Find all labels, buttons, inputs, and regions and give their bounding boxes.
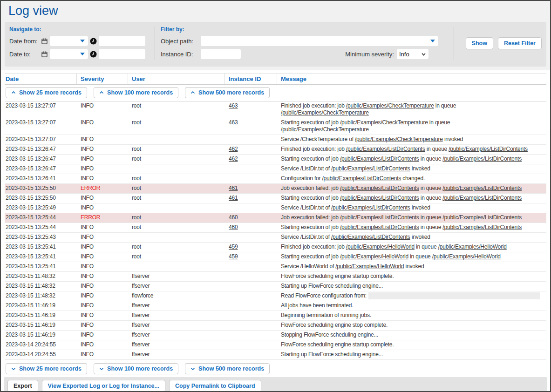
cell-instance-id xyxy=(225,164,277,174)
message-link[interactable]: /public/Examples/HelloWorld xyxy=(335,263,404,270)
message-link[interactable]: /public/Examples/ListDirContents xyxy=(442,214,522,221)
date-to-select[interactable] xyxy=(50,49,88,59)
message-text: invoked xyxy=(410,204,430,211)
message-link[interactable]: /public/Examples/ListDirContents xyxy=(340,185,419,191)
message-link[interactable]: /public/Examples/ListDirContents xyxy=(322,175,401,182)
cell-user: root xyxy=(128,174,225,183)
cell-user: root xyxy=(128,223,225,232)
cell-severity: INFO xyxy=(77,321,128,330)
show-25-more-records-button[interactable]: Show 25 more records xyxy=(6,87,87,98)
column-header-user[interactable]: User xyxy=(128,74,225,84)
show-more-bottom-row: Show 25 more recordsShow 100 more record… xyxy=(5,360,546,377)
date-to-time-input[interactable] xyxy=(99,49,145,59)
message-link[interactable]: /public/Examples/CheckTemperature xyxy=(346,102,434,109)
object-path-dropdown-button[interactable] xyxy=(428,37,437,45)
message-text: Starting up FlowForce scheduling engine.… xyxy=(281,283,383,289)
message-text: Stopping FlowForce scheduling engine... xyxy=(281,331,378,338)
object-path-input[interactable] xyxy=(201,36,438,46)
message-link[interactable]: /public/Examples/ListDirContents xyxy=(331,165,410,172)
instance-id-input[interactable] xyxy=(201,49,241,59)
cell-instance-id: 459 xyxy=(225,243,277,252)
reset-filter-button[interactable]: Reset Filter xyxy=(498,37,542,49)
log-row: 2023-03-14 20:24:55INFOffserverFlowForce… xyxy=(5,340,546,350)
message-link[interactable]: /public/Examples/ListDirContents xyxy=(442,224,522,230)
log-rows: 2023-03-15 13:27:07INFOroot463Finished j… xyxy=(5,101,546,360)
message-link[interactable]: /public/Examples/ListDirContents xyxy=(346,146,425,152)
clock-icon xyxy=(90,38,97,45)
instance-id-link[interactable]: 463 xyxy=(229,119,238,126)
cell-instance-id xyxy=(225,291,277,301)
cell-date: 2023-03-15 13:27:07 xyxy=(5,118,77,135)
cell-user: root xyxy=(128,213,225,223)
instance-id-link[interactable]: 459 xyxy=(229,253,238,260)
cell-severity: INFO xyxy=(77,223,128,232)
column-header-instance-id[interactable]: Instance ID xyxy=(225,74,277,84)
message-link[interactable]: /public/Examples/ListDirContents xyxy=(442,185,522,191)
instance-id-link[interactable]: 459 xyxy=(229,243,238,250)
show-100-more-records-button[interactable]: Show 100 more records xyxy=(94,87,178,98)
message-link[interactable]: /public/Examples/ListDirContents xyxy=(340,155,419,162)
cell-message: Starting execution of job /public/Exampl… xyxy=(277,194,546,203)
message-link[interactable]: /public/Examples/CheckTemperature xyxy=(340,119,428,126)
message-link[interactable]: /public/Examples/CheckTemperature xyxy=(355,136,443,142)
cell-severity: INFO xyxy=(77,164,128,174)
cell-message: FlowForce scheduling engine stop complet… xyxy=(277,321,546,330)
column-header-date[interactable]: Date xyxy=(5,74,77,84)
cell-user: ffserver xyxy=(128,301,225,311)
show-25-more-records-button[interactable]: Show 25 more records xyxy=(6,363,87,374)
cell-date: 2023-03-15 13:26:47 xyxy=(5,155,77,164)
cell-date: 2023-03-15 11:46:19 xyxy=(5,311,77,320)
cell-date: 2023-03-15 13:25:41 xyxy=(5,243,77,252)
message-text: Finished job execution: job xyxy=(281,243,346,250)
date-from-select[interactable] xyxy=(50,36,88,46)
cell-date: 2023-03-15 13:26:47 xyxy=(5,145,77,154)
instance-id-link[interactable]: 462 xyxy=(229,155,238,162)
cell-severity: INFO xyxy=(77,272,128,281)
instance-id-link[interactable]: 461 xyxy=(229,195,238,201)
view-exported-log-button[interactable]: View Exported Log or Log for Instance... xyxy=(42,380,165,392)
message-link[interactable]: /public/Examples/ListDirContents xyxy=(340,224,419,230)
filter-by-heading: Filter by: xyxy=(161,26,448,33)
column-header-severity[interactable]: Severity xyxy=(77,74,128,84)
cell-instance-id: 463 xyxy=(225,118,277,135)
message-link[interactable]: /public/Examples/CheckTemperature xyxy=(281,109,369,116)
export-button[interactable]: Export xyxy=(7,380,38,392)
message-link[interactable]: /public/Examples/CheckTemperature xyxy=(281,126,369,133)
cell-user: root xyxy=(128,155,225,164)
message-text: Service /ListDir.txt of xyxy=(281,204,331,211)
cell-user: root xyxy=(128,243,225,252)
date-from-time-input[interactable] xyxy=(99,36,145,46)
message-text: Configuration for xyxy=(281,175,322,182)
message-link[interactable]: /public/Examples/HelloWorld xyxy=(346,243,415,250)
message-link[interactable]: /public/Examples/ListDirContents xyxy=(442,155,522,162)
message-link[interactable]: /public/Examples/HelloWorld xyxy=(438,243,507,250)
show-500-more-records-button[interactable]: Show 500 more records xyxy=(185,87,270,98)
calendar-icon xyxy=(41,51,48,58)
min-severity-select[interactable]: Info xyxy=(397,49,429,59)
instance-id-link[interactable]: 461 xyxy=(229,185,238,191)
message-link[interactable]: /public/Examples/ListDirContents xyxy=(449,146,528,152)
object-path-label: Object path: xyxy=(161,38,201,45)
message-link[interactable]: /public/Examples/HelloWorld xyxy=(432,253,501,260)
message-link[interactable]: /public/Examples/ListDirContents xyxy=(340,214,419,221)
cell-severity: ERROR xyxy=(77,213,128,223)
instance-id-link[interactable]: 460 xyxy=(229,224,238,230)
column-header-message[interactable]: Message xyxy=(277,74,546,84)
instance-id-link[interactable]: 463 xyxy=(229,102,238,109)
message-link[interactable]: /public/Examples/ListDirContents xyxy=(340,195,419,201)
message-link[interactable]: /public/Examples/ListDirContents xyxy=(331,234,410,240)
message-link[interactable]: /public/Examples/ListDirContents xyxy=(331,204,410,211)
instance-id-link[interactable]: 460 xyxy=(229,214,238,221)
show-500-more-records-button[interactable]: Show 500 more records xyxy=(185,363,270,374)
message-link[interactable]: /public/Examples/HelloWorld xyxy=(340,253,408,260)
instance-id-link[interactable]: 462 xyxy=(229,146,238,152)
cell-date: 2023-03-15 13:25:41 xyxy=(5,252,77,262)
show-button[interactable]: Show xyxy=(466,37,493,49)
show-100-more-records-button[interactable]: Show 100 more records xyxy=(94,363,178,374)
cell-message: FlowForce scheduling engine startup comp… xyxy=(277,272,546,281)
message-link[interactable]: /public/Examples/ListDirContents xyxy=(442,195,522,201)
message-text: in queue xyxy=(434,102,456,109)
copy-permalink-button[interactable]: Copy Permalink to Clipboard xyxy=(169,380,261,392)
cell-severity: INFO xyxy=(77,350,128,359)
cell-message: Starting up FlowForce scheduling engine.… xyxy=(277,282,546,291)
